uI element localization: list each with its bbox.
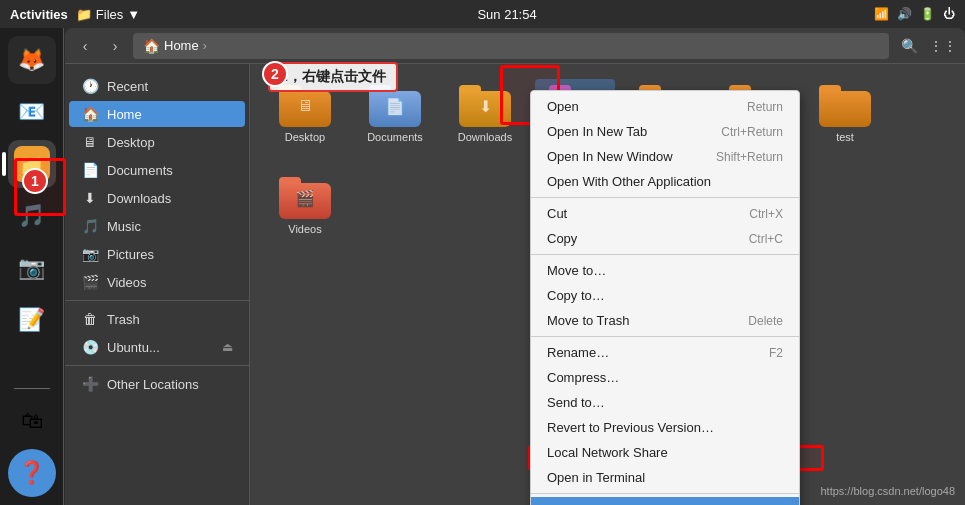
ctx-open[interactable]: Open Return [531,94,799,119]
ctx-open-label: Open [547,99,747,114]
dock-music[interactable]: 🎵 [8,192,56,240]
ctx-open-terminal-label: Open in Terminal [547,470,783,485]
sidebar-music-label: Music [107,219,141,234]
documents-label: Documents [367,131,423,143]
battery-icon: 🔋 [920,7,935,21]
ctx-open-terminal[interactable]: Open in Terminal [531,465,799,490]
sidebar-item-downloads[interactable]: ⬇ Downloads [69,185,245,211]
forward-button[interactable]: › [103,34,127,58]
file-test[interactable]: test [805,79,885,161]
ctx-move-trash[interactable]: Move to Trash Delete [531,308,799,333]
sidebar-item-trash[interactable]: 🗑 Trash [69,306,245,332]
ctx-copy-to-label: Copy to… [547,288,783,303]
recent-icon: 🕐 [81,78,99,94]
dock-writer[interactable]: 📝 [8,296,56,344]
ctx-divider-3 [531,336,799,337]
ctx-open-shortcut: Return [747,100,783,114]
ctx-cut-label: Cut [547,206,749,221]
ctx-copy[interactable]: Copy Ctrl+C [531,226,799,251]
sidebar-recent-label: Recent [107,79,148,94]
sidebar-desktop-label: Desktop [107,135,155,150]
sidebar-item-desktop[interactable]: 🖥 Desktop [69,129,245,155]
pictures-icon: 📷 [81,246,99,262]
search-button[interactable]: 🔍 [895,32,923,60]
ctx-network-share[interactable]: Local Network Share [531,440,799,465]
dock-thunderbird[interactable]: 📧 [8,88,56,136]
ctx-move-trash-label: Move to Trash [547,313,748,328]
ctx-open-window[interactable]: Open In New Window Shift+Return [531,144,799,169]
desktop-label: Desktop [285,131,325,143]
ctx-copy-to[interactable]: Copy to… [531,283,799,308]
downloads-overlay-icon: ⬇ [479,97,492,116]
back-button[interactable]: ‹ [73,34,97,58]
step-1-badge: 1 [22,168,48,194]
home-sidebar-icon: 🏠 [81,106,99,122]
dock-firefox[interactable]: 🦊 [8,36,56,84]
file-manager-window: ‹ › 🏠 Home › 🔍 ⋮⋮ 🕐 Recent 🏠 Home 🖥 De [65,28,965,505]
files-menu[interactable]: 📁 Files ▼ [76,7,140,22]
files-icon: 📁 [76,7,92,22]
ctx-rename-label: Rename… [547,345,769,360]
file-downloads[interactable]: ⬇ Downloads [445,79,525,161]
ubuntu-icon: 💿 [81,339,99,355]
music-icon: 🎵 [81,218,99,234]
topbar: Activities 📁 Files ▼ Sun 21:54 📶 🔊 🔋 ⏻ [0,0,965,28]
sidebar-home-label: Home [107,107,142,122]
dock-help[interactable]: ❓ [8,449,56,497]
file-videos[interactable]: 🎬 Videos [265,171,345,241]
files-label: Files [96,7,123,22]
ctx-move-to[interactable]: Move to… [531,258,799,283]
ctx-move-trash-shortcut: Delete [748,314,783,328]
sidebar-ubuntu-label: Ubuntu... [107,340,160,355]
sidebar-divider-2 [65,365,249,366]
sidebar-item-pictures[interactable]: 📷 Pictures [69,241,245,267]
topbar-clock: Sun 21:54 [477,7,536,22]
location-arrow-icon: › [203,39,207,53]
dock-separator [14,388,50,389]
sidebar-item-documents[interactable]: 📄 Documents [69,157,245,183]
videos-overlay-icon: 🎬 [295,189,315,208]
ctx-open-tab[interactable]: Open In New Tab Ctrl+Return [531,119,799,144]
eject-icon[interactable]: ⏏ [222,340,233,354]
ctx-revert[interactable]: Revert to Previous Version… [531,415,799,440]
context-menu: Open Return Open In New Tab Ctrl+Return … [530,90,800,505]
test-folder-icon [819,85,871,127]
sidebar-item-ubuntu[interactable]: 💿 Ubuntu... ⏏ [69,334,245,360]
activities-label[interactable]: Activities [10,7,68,22]
sidebar-pictures-label: Pictures [107,247,154,262]
trash-icon: 🗑 [81,311,99,327]
ctx-open-other[interactable]: Open With Other Application [531,169,799,194]
other-locations-icon: ➕ [81,376,99,392]
network-icon: 📶 [874,7,889,21]
test-label: test [836,131,854,143]
content-area: 🕐 Recent 🏠 Home 🖥 Desktop 📄 Documents ⬇ … [65,64,965,505]
ctx-rename[interactable]: Rename… F2 [531,340,799,365]
files-arrow-icon: ▼ [127,7,140,22]
dock-software[interactable]: 🛍 [8,397,56,445]
sidebar-item-home[interactable]: 🏠 Home [69,101,245,127]
videos-sidebar-icon: 🎬 [81,274,99,290]
sidebar-other-label: Other Locations [107,377,199,392]
titlebar: ‹ › 🏠 Home › 🔍 ⋮⋮ [65,28,965,64]
ctx-compress[interactable]: Compress… [531,365,799,390]
downloads-icon: ⬇ [81,190,99,206]
ctx-send-to[interactable]: Send to… [531,390,799,415]
sidebar-item-music[interactable]: 🎵 Music [69,213,245,239]
ctx-move-to-label: Move to… [547,263,783,278]
power-icon: ⏻ [943,7,955,21]
downloads-folder-icon: ⬇ [459,85,511,127]
location-bar[interactable]: 🏠 Home › [133,33,889,59]
sidebar-documents-label: Documents [107,163,173,178]
ctx-properties[interactable]: Properties Ctrl+I [531,497,799,505]
ctx-cut[interactable]: Cut Ctrl+X [531,201,799,226]
sidebar-item-videos[interactable]: 🎬 Videos [69,269,245,295]
view-options-button[interactable]: ⋮⋮ [929,32,957,60]
documents-icon: 📄 [81,162,99,178]
ctx-cut-shortcut: Ctrl+X [749,207,783,221]
sidebar-item-other-locations[interactable]: ➕ Other Locations [69,371,245,397]
sidebar-item-recent[interactable]: 🕐 Recent [69,73,245,99]
desktop-overlay-icon: 🖥 [297,97,313,115]
ctx-network-share-label: Local Network Share [547,445,783,460]
dock-camera[interactable]: 📷 [8,244,56,292]
sidebar-trash-label: Trash [107,312,140,327]
